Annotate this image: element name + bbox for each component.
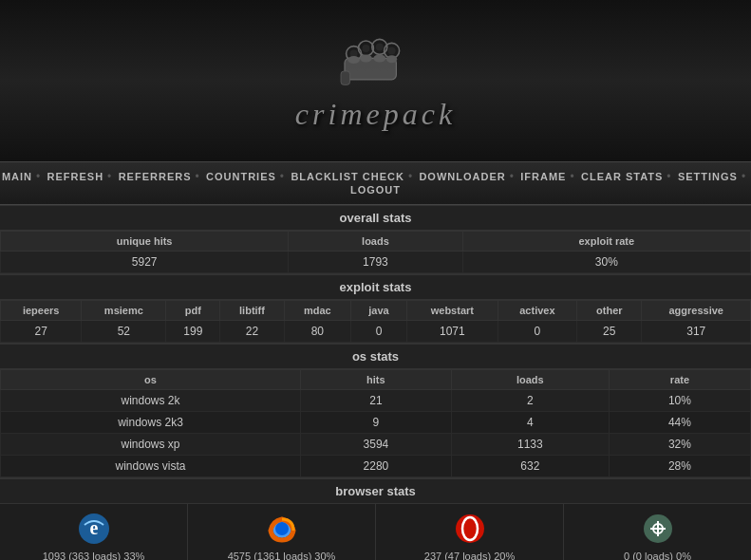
unique-hits-value: 5927: [1, 252, 289, 273]
os-loads-2: 1133: [451, 434, 609, 456]
nav-blacklist[interactable]: BLACKLIST CHECK: [291, 171, 404, 182]
col-mdac: mdac: [284, 301, 350, 321]
svg-point-17: [275, 522, 289, 535]
os-name-1: windows 2k3: [1, 412, 301, 434]
ie-stat: 1093 (363 loads) 33%: [43, 551, 145, 560]
browser-other: 0 (0 loads) 0%: [564, 504, 751, 560]
nav-main[interactable]: MAIN: [2, 171, 32, 182]
unique-hits-header: unique hits: [1, 232, 289, 252]
os-loads-0: 2: [451, 390, 609, 412]
exploit-stats-header: exploit stats: [0, 274, 751, 300]
os-col-os: os: [1, 370, 301, 390]
nav-iframe[interactable]: iFRAME: [520, 171, 566, 182]
overall-stats-table: unique hits loads exploit rate 5927 1793…: [0, 231, 751, 273]
os-loads-3: 632: [451, 456, 609, 477]
nav-countries[interactable]: COUNTRIES: [206, 171, 276, 182]
val-webstart: 1071: [407, 321, 498, 343]
nav-bar: MAIN• REFRESH• REFERRERS• COUNTRIES• BLA…: [0, 161, 751, 205]
firefox-icon: [265, 512, 299, 546]
opera-icon: [453, 512, 487, 546]
os-stats-header: os stats: [0, 344, 751, 369]
nav-logout[interactable]: LOGOUT: [350, 184, 401, 196]
col-iepeers: iepeers: [1, 301, 82, 321]
svg-point-9: [348, 56, 361, 64]
other-browser-icon: [641, 512, 675, 546]
col-aggressive: aggressive: [642, 301, 751, 321]
exploit-rate-header: exploit rate: [462, 232, 750, 252]
svg-point-6: [363, 45, 370, 52]
loads-header: loads: [289, 232, 462, 252]
val-iepeers: 27: [1, 321, 82, 343]
col-libtiff: libtiff: [220, 301, 284, 321]
col-other: other: [577, 301, 642, 321]
os-hits-1: 9: [301, 412, 452, 434]
os-rate-1: 44%: [609, 412, 750, 434]
svg-point-8: [388, 47, 396, 54]
table-row: windows vista 2280 632 28%: [1, 456, 751, 477]
browser-opera: 237 (47 loads) 20%: [376, 504, 564, 560]
browser-firefox: 4575 (1361 loads) 30%: [188, 504, 376, 560]
logo-text: crimepack: [295, 97, 456, 132]
os-hits-2: 3594: [301, 434, 452, 456]
opera-stat: 237 (47 loads) 20%: [424, 551, 515, 560]
val-libtiff: 22: [220, 321, 284, 343]
browser-stats-row: e 1093 (363 loads) 33% 4575 (1361 loads)…: [0, 504, 751, 560]
svg-point-12: [386, 55, 397, 63]
os-stats-table: os hits loads rate windows 2k 21 2 10% w…: [0, 369, 751, 477]
nav-referrers[interactable]: REFERRERS: [119, 171, 192, 182]
val-msiemc: 52: [82, 321, 166, 343]
os-name-3: windows vista: [1, 456, 301, 477]
os-col-rate: rate: [609, 370, 750, 390]
table-row: windows xp 3594 1133 32%: [1, 434, 751, 456]
col-pdf: pdf: [166, 301, 220, 321]
table-row: windows 2k 21 2 10%: [1, 390, 751, 412]
os-name-2: windows xp: [1, 434, 301, 456]
os-col-loads: loads: [451, 370, 609, 390]
os-rate-0: 10%: [609, 390, 750, 412]
val-mdac: 80: [284, 321, 350, 343]
os-col-hits: hits: [301, 370, 452, 390]
header: crimepack: [0, 0, 751, 161]
firefox-stat: 4575 (1361 loads) 30%: [228, 551, 336, 560]
col-msiemc: msiemc: [82, 301, 166, 321]
val-other: 25: [577, 321, 642, 343]
ie-icon: e: [77, 512, 111, 546]
nav-downloader[interactable]: DOWNLOADER: [419, 171, 505, 182]
val-java: 0: [351, 321, 407, 343]
loads-value: 1793: [289, 252, 462, 273]
browser-stats-section: browser stats e 1093 (363 loads) 33% 457…: [0, 478, 751, 560]
browser-ie: e 1093 (363 loads) 33%: [0, 504, 188, 560]
overall-stats-section: overall stats unique hits loads exploit …: [0, 205, 751, 274]
os-loads-1: 4: [451, 412, 609, 434]
svg-rect-13: [341, 71, 350, 84]
val-aggressive: 317: [642, 321, 751, 343]
svg-point-10: [360, 54, 372, 62]
exploit-stats-section: exploit stats iepeers msiemc pdf libtiff…: [0, 274, 751, 344]
overall-stats-header: overall stats: [0, 205, 751, 231]
os-name-0: windows 2k: [1, 390, 301, 412]
os-rate-3: 28%: [609, 456, 750, 477]
nav-clear-stats[interactable]: CLEAR STATS: [581, 171, 663, 182]
os-stats-section: os stats os hits loads rate windows 2k 2…: [0, 344, 751, 478]
exploit-rate-value: 30%: [462, 252, 750, 273]
val-activex: 0: [498, 321, 576, 343]
val-pdf: 199: [166, 321, 220, 343]
col-activex: activex: [498, 301, 576, 321]
nav-refresh[interactable]: REFRESH: [47, 171, 104, 182]
browser-stats-header: browser stats: [0, 478, 751, 504]
col-webstart: webstart: [407, 301, 498, 321]
col-java: java: [351, 301, 407, 321]
svg-point-18: [456, 514, 484, 543]
nav-settings[interactable]: SETTINGS: [678, 171, 738, 182]
exploit-stats-table: iepeers msiemc pdf libtiff mdac java web…: [0, 300, 751, 343]
os-rate-2: 32%: [609, 434, 750, 456]
svg-point-11: [374, 54, 386, 62]
table-row: windows 2k3 9 4 44%: [1, 412, 751, 434]
svg-point-7: [376, 43, 384, 50]
knuckles-icon: [337, 35, 413, 92]
other-stat: 0 (0 loads) 0%: [624, 551, 691, 560]
logo-area: crimepack: [295, 35, 456, 132]
os-hits-0: 21: [301, 390, 452, 412]
os-hits-3: 2280: [301, 456, 452, 477]
